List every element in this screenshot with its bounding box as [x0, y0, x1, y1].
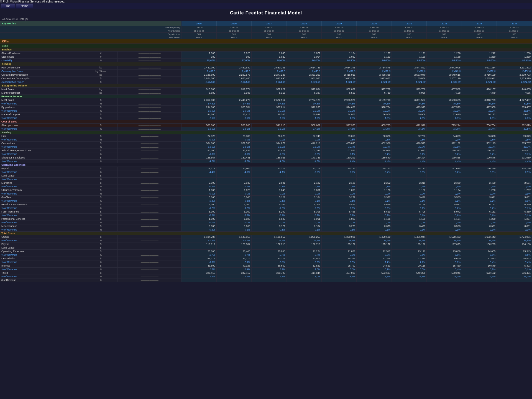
pct-op-exp-total-row: % of Revenue % ▬▬▬▬▬▬▬▬ 0,7%0,7%0,7% 0,7…	[0, 253, 532, 257]
payroll-total-row: Payroll $ 119,117120,904122,718 122,7181…	[0, 242, 532, 246]
liveability-2031: 99,00%	[392, 59, 426, 62]
steer-purchase-row: Steer purchase $ ▬▬▬▬▬▬▬▬▬▬ 500,000520,2…	[0, 124, 532, 127]
hay-consumption-row: Hay Consumption kg ▬▬▬▬▬▬▬▬▬▬ 2,432,0002…	[0, 66, 532, 70]
meat-sales-rev-row: Meat Sales $ 2,352,0002,446,2722,622,514…	[0, 98, 532, 102]
op-expenses-total-row: Operating Expenses $ 20,00020,40020,808 …	[0, 250, 532, 253]
steers-sold-2027: 1,020	[251, 55, 286, 59]
batches-header: Batches	[0, 48, 532, 52]
steers-purchased-2025: 1,000	[181, 52, 216, 55]
nav-bar: Top Home	[0, 3, 532, 9]
pct-by-products-row: % of Revenue % ▬▬▬▬▬▬▬▬▬▬ 10,9%10,9%10,9…	[0, 109, 532, 113]
pct-interest-row: % of Revenue % ▬▬▬▬▬▬▬▬ 1,6%1,4%1,2% 1,0…	[0, 268, 532, 271]
liveability-2032: 98,50%	[427, 59, 462, 62]
animal-mgmt-row: Animal Management Costs $ ▬▬▬▬▬▬▬▬ 90,00…	[0, 149, 532, 152]
manure-vol-row: Manure/compost kg ▬▬▬▬▬▬▬▬▬▬ 5,8805,9366…	[0, 91, 532, 95]
top-bar: © Profit Vision Financial Services. All …	[0, 0, 532, 3]
pct-gas-row: % of Revenue % 0,1%0,1%0,1% 0,1%0,1%0,1%…	[0, 199, 532, 203]
liveability-row: Liveability % ▬▬▬▬▬▬▬▬▬▬ 98,00% 97,00% 9…	[0, 59, 532, 62]
marketing-row: Marketing $ ▬▬▬▬▬▬▬▬ 2,0002,0402,081 2,1…	[0, 181, 532, 185]
pct-professional-row: % of Revenue % 0,0%0,0%0,0% 0,0%0,0%0,0%…	[0, 221, 532, 224]
copyright-text: © Profit Vision Financial Services. All …	[0, 0, 65, 3]
currency-note: All Amounts in USD ($)	[0, 17, 532, 21]
land-lease-row: Land Lease $	[0, 174, 532, 178]
kpi-section-header: KPI's	[0, 39, 532, 44]
top-button[interactable]: Top	[1, 4, 15, 8]
professional-services-row: Professional Services $ ▬▬▬▬▬▬▬▬ 1,0001,…	[0, 217, 532, 221]
steers-purchased-2030: 1,137	[357, 52, 392, 55]
miscellaneous-row: Miscellaneous $ ▬▬▬▬▬▬▬▬ 3,0003,0603,121…	[0, 224, 532, 228]
steers-purchased-row: Steers Purchased # ▬▬▬▬▬▬▬▬▬▬ 1,000 1,02…	[0, 52, 532, 55]
steers-purchased-2026: 1,020	[216, 52, 251, 55]
repairs-maintenance-row: Repairs & Maintenance $ ▬▬▬▬▬▬▬▬ 5,0005,…	[0, 203, 532, 206]
depreciation-label: Depreciation	[0, 257, 84, 260]
liveability-2028: 98,40%	[287, 59, 321, 62]
meat-sales-vol-row: Meat Sales kg ▬▬▬▬▬▬▬▬▬▬ 313,600319,7743…	[0, 88, 532, 91]
year-2026-header: 2026	[216, 21, 251, 26]
pct-land-lease-row: % of Revenue %	[0, 178, 532, 181]
gas-fuel-row: Gas/Fuel $ ▬▬▬▬▬▬▬▬ 3,0603,0603,121 3,18…	[0, 196, 532, 199]
year-2025-header: 2025	[181, 21, 216, 26]
utilities-telecom-row: Utilities & Telecom $ ▬▬▬▬▬▬▬▬ 1,0001,02…	[0, 188, 532, 192]
cost-of-sales-header: Cost of Sales	[0, 120, 532, 124]
liveability-2030: 98,80%	[357, 59, 392, 62]
manure-rev-row: Manure/compost $ 44,10045,41348,203 50,8…	[0, 113, 532, 116]
land-lease-total-row: Land Lease $	[0, 246, 532, 250]
pct-depreciation-row: % of Revenue % ▬▬▬▬▬▬▬▬ 3,0%2,9%2,8% 2,6…	[0, 260, 532, 264]
cogs-row: COGS $ 1,104,7871,149,1581,195,857 1,258…	[0, 235, 532, 239]
liveability-2025: 98,00%	[181, 59, 216, 62]
pct-revenue-meat-row: % of Revenue % ▬▬▬▬▬▬▬▬▬▬ 87,5%87,5%87,5…	[0, 102, 532, 106]
steers-purchased-2034: 1,280	[497, 52, 532, 55]
liveability-unit: %	[84, 59, 118, 62]
page-title: Cattle Feedlot Financial Model	[0, 9, 532, 17]
year-2033-header: 2033	[462, 21, 497, 26]
liveability-2034: 98,40%	[497, 59, 532, 62]
pct-payroll-row: % of Revenue % ▬▬▬▬▬▬▬▬ 4,4%4,3%4,1% 3,8…	[0, 170, 532, 174]
pct-taxes-row: % of Revenue % ▬▬▬▬▬▬▬▬ 12,1%12,2%12,7% …	[0, 275, 532, 278]
liveability-2027: 98,00%	[251, 59, 286, 62]
steers-sold-row: Steers Sold # ▬▬▬▬▬▬▬▬▬▬ 980 989 1,020 1…	[0, 55, 532, 59]
pct-utilities-row: % of Revenue % 0,0%0,0%0,0% 0,0%0,0%0,0%…	[0, 192, 532, 196]
steers-sold-2026: 989	[216, 55, 251, 59]
farm-insurance-row: Farm Insurance $ ▬▬▬▬▬▬▬▬ 5,0005,1005,20…	[0, 210, 532, 214]
year-2027-header: 2027	[251, 21, 286, 26]
feeding-header: Feeding	[0, 62, 532, 66]
consumption-steer-hay-row: Consumption / steer kg / Steer 2,432,02,…	[0, 70, 532, 73]
pct-concentrate-row: % of Revenue % ▬▬▬▬▬▬▬▬ 13,6%13,6%13,2% …	[0, 145, 532, 149]
steers-sold-2033: 1,230	[462, 55, 497, 59]
utilities-telecom-label: Utilities & Telecom	[0, 188, 84, 192]
concentrate-cost-row: Concentrate $ ▬▬▬▬▬▬▬▬ 364,800379,538394…	[0, 142, 532, 145]
hay-cost-row: Hay $ ▬▬▬▬▬▬▬▬ 24,32025,30326,325 27,748…	[0, 134, 532, 138]
year-2028-header: 2028	[287, 21, 321, 26]
revenue-sources-header: Revenue Sources	[0, 95, 532, 98]
steers-purchased-2033: 1,242	[462, 52, 497, 55]
pct-misc-row: % of Revenue % 0,1%0,1%0,1% 0,1%0,1%0,1%…	[0, 228, 532, 232]
home-button[interactable]: Home	[16, 4, 33, 8]
onfarm-hay-row: On-farm Hay production kg ▬▬▬▬▬▬▬▬▬▬ 2,1…	[0, 73, 532, 77]
steers-sold-2029: 1,087	[321, 55, 356, 59]
8-of-revenue-row: 8 of Revenue % ▬▬▬▬▬▬▬▬	[0, 278, 532, 282]
payroll-row: Payroll $ ▬▬▬▬▬▬▬▬ 119,117120,904122,718…	[0, 167, 532, 170]
year-2032-header: 2032	[427, 21, 462, 26]
liveability-label: Liveability	[0, 59, 84, 62]
steers-sold-2032: 1,188	[427, 55, 462, 59]
liveability-2029: 98,50%	[321, 59, 356, 62]
steers-purchased-chart: ▬▬▬▬▬▬▬▬▬▬	[118, 52, 181, 55]
pct-cogs-row: % of Revenue % ▬▬▬▬▬▬▬▬ 41,1%41,1%39,9% …	[0, 239, 532, 242]
liveability-2026: 97,00%	[216, 59, 251, 62]
operating-expenses-header: Operating Expenses	[0, 163, 532, 167]
steers-purchased-2029: 1,104	[321, 52, 356, 55]
year-2031-header: 2031	[392, 21, 426, 26]
steers-purchased-unit: #	[84, 52, 118, 55]
by-products-row: By products $ ▬▬▬▬▬▬▬▬▬▬ 294,000305,7843…	[0, 106, 532, 109]
year-2029-header: 2029	[321, 21, 356, 26]
pct-animal-mgmt-row: % of Revenue % 3,3%3,3%3,2% 3,2%3,1%3,1%…	[0, 152, 532, 156]
pct-farm-insurance-row: % of Revenue % 0,2%0,2%0,2% 0,2%0,2%0,2%…	[0, 214, 532, 217]
steers-sold-2025: 980	[181, 55, 216, 59]
slaughtering-header: Slaughtering Volume	[0, 84, 532, 88]
steers-sold-2028: 1,054	[287, 55, 321, 59]
depreciation-row: Depreciation $ 81,71481,71483,714 83,914…	[0, 257, 532, 260]
steers-sold-unit: #	[84, 55, 118, 59]
pct-marketing-row: % of Revenue % 0,1%0,1%0,1% 0,1%0,1%0,1%…	[0, 185, 532, 188]
hay-consumption-label: Hay Consumption	[0, 66, 84, 70]
steers-sold-2031: 1,159	[392, 55, 426, 59]
